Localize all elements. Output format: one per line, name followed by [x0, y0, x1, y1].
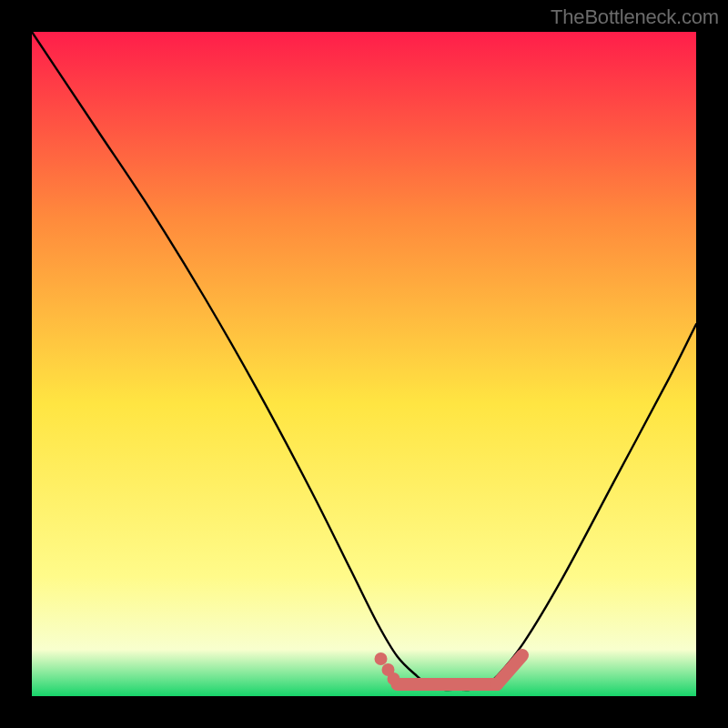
plot-svg [32, 32, 696, 696]
marker-dot [388, 672, 400, 685]
plot-area [32, 32, 696, 696]
watermark-text: TheBottleneck.com [551, 5, 719, 29]
chart-frame: TheBottleneck.com [0, 0, 728, 728]
marker-dot [375, 652, 388, 665]
